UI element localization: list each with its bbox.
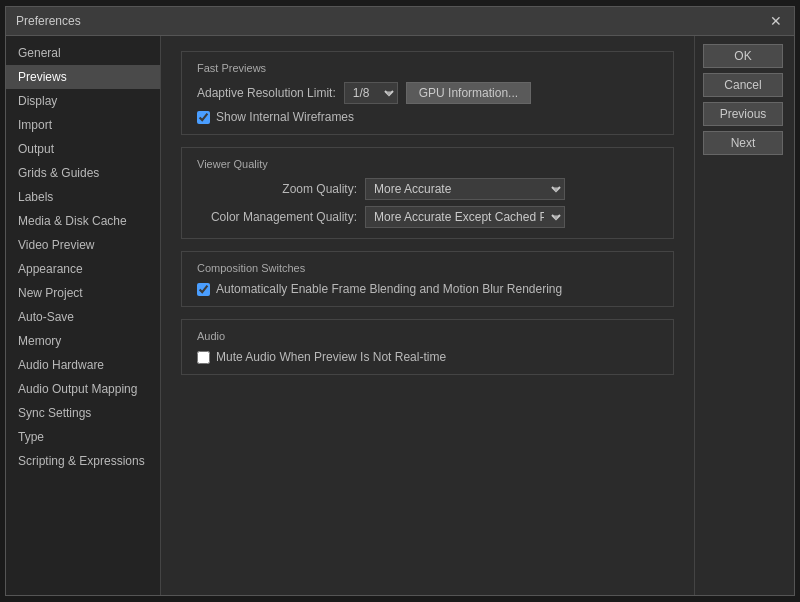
color-mgmt-select[interactable]: More Accurate Except Cached Preview More…: [365, 206, 565, 228]
zoom-quality-label: Zoom Quality:: [197, 182, 357, 196]
ok-button[interactable]: OK: [703, 44, 783, 68]
sidebar-item-media---disk-cache[interactable]: Media & Disk Cache: [6, 209, 160, 233]
auto-frame-checkbox[interactable]: [197, 283, 210, 296]
cancel-button[interactable]: Cancel: [703, 73, 783, 97]
auto-frame-label: Automatically Enable Frame Blending and …: [216, 282, 562, 296]
close-button[interactable]: ✕: [768, 13, 784, 29]
show-wireframes-checkbox[interactable]: [197, 111, 210, 124]
dialog-title: Preferences: [16, 14, 81, 28]
sidebar-item-sync-settings[interactable]: Sync Settings: [6, 401, 160, 425]
sidebar-item-labels[interactable]: Labels: [6, 185, 160, 209]
fast-previews-section: Fast Previews Adaptive Resolution Limit:…: [181, 51, 674, 135]
adaptive-resolution-select-wrapper: 1/8 1/2 1/4 1/16: [344, 82, 398, 104]
sidebar-item-general[interactable]: General: [6, 41, 160, 65]
sidebar-item-new-project[interactable]: New Project: [6, 281, 160, 305]
adaptive-resolution-label: Adaptive Resolution Limit:: [197, 86, 336, 100]
sidebar-item-previews[interactable]: Previews: [6, 65, 160, 89]
sidebar-item-output[interactable]: Output: [6, 137, 160, 161]
sidebar-item-auto-save[interactable]: Auto-Save: [6, 305, 160, 329]
sidebar-item-type[interactable]: Type: [6, 425, 160, 449]
audio-section: Audio Mute Audio When Preview Is Not Rea…: [181, 319, 674, 375]
sidebar-item-import[interactable]: Import: [6, 113, 160, 137]
adaptive-resolution-select[interactable]: 1/8 1/2 1/4 1/16: [344, 82, 398, 104]
composition-switches-title: Composition Switches: [197, 262, 658, 274]
zoom-quality-row: Zoom Quality: More Accurate Faster: [197, 178, 658, 200]
auto-frame-row: Automatically Enable Frame Blending and …: [197, 282, 658, 296]
fast-previews-title: Fast Previews: [197, 62, 658, 74]
mute-audio-checkbox[interactable]: [197, 351, 210, 364]
sidebar-item-appearance[interactable]: Appearance: [6, 257, 160, 281]
main-content: Fast Previews Adaptive Resolution Limit:…: [161, 36, 694, 595]
sidebar: GeneralPreviewsDisplayImportOutputGrids …: [6, 36, 161, 595]
zoom-quality-select-wrapper: More Accurate Faster: [365, 178, 565, 200]
dialog-body: GeneralPreviewsDisplayImportOutputGrids …: [6, 36, 794, 595]
mute-audio-label: Mute Audio When Preview Is Not Real-time: [216, 350, 446, 364]
sidebar-item-audio-output-mapping[interactable]: Audio Output Mapping: [6, 377, 160, 401]
sidebar-item-grids---guides[interactable]: Grids & Guides: [6, 161, 160, 185]
right-panel: OK Cancel Previous Next: [694, 36, 794, 595]
sidebar-item-scripting---expressions[interactable]: Scripting & Expressions: [6, 449, 160, 473]
viewer-quality-title: Viewer Quality: [197, 158, 658, 170]
sidebar-item-audio-hardware[interactable]: Audio Hardware: [6, 353, 160, 377]
title-bar: Preferences ✕: [6, 7, 794, 36]
sidebar-item-memory[interactable]: Memory: [6, 329, 160, 353]
show-wireframes-checkbox-row: Show Internal Wireframes: [197, 110, 354, 124]
adaptive-resolution-row: Adaptive Resolution Limit: 1/8 1/2 1/4 1…: [197, 82, 658, 104]
zoom-quality-select[interactable]: More Accurate Faster: [365, 178, 565, 200]
composition-switches-section: Composition Switches Automatically Enabl…: [181, 251, 674, 307]
sidebar-item-display[interactable]: Display: [6, 89, 160, 113]
gpu-info-button[interactable]: GPU Information...: [406, 82, 531, 104]
audio-title: Audio: [197, 330, 658, 342]
show-wireframes-label: Show Internal Wireframes: [216, 110, 354, 124]
sidebar-item-video-preview[interactable]: Video Preview: [6, 233, 160, 257]
next-button[interactable]: Next: [703, 131, 783, 155]
preferences-dialog: Preferences ✕ GeneralPreviewsDisplayImpo…: [5, 6, 795, 596]
color-mgmt-label: Color Management Quality:: [197, 210, 357, 224]
color-mgmt-select-wrapper: More Accurate Except Cached Preview More…: [365, 206, 565, 228]
color-mgmt-row: Color Management Quality: More Accurate …: [197, 206, 658, 228]
show-wireframes-row: Show Internal Wireframes: [197, 110, 658, 124]
viewer-quality-section: Viewer Quality Zoom Quality: More Accura…: [181, 147, 674, 239]
previous-button[interactable]: Previous: [703, 102, 783, 126]
mute-audio-row: Mute Audio When Preview Is Not Real-time: [197, 350, 658, 364]
